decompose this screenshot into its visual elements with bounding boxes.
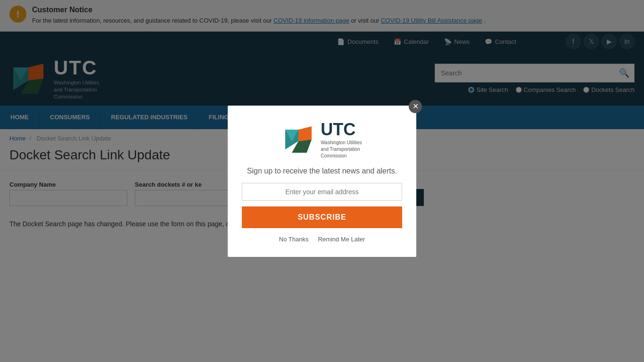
modal-logo-text: UTC Washington Utilities and Transportat…: [321, 120, 362, 159]
modal-logo-graphic: [282, 123, 315, 156]
svg-marker-5: [298, 126, 312, 141]
modal-utc-label: UTC: [321, 120, 362, 140]
modal-overlay: ✕ UTC Washington Utilities and Transport…: [0, 0, 644, 232]
modal-subtitle: Washington Utilities and Transportation …: [321, 140, 362, 159]
modal-heading: Sign up to receive the latest news and a…: [242, 167, 402, 175]
modal-logo: UTC Washington Utilities and Transportat…: [242, 120, 402, 159]
modal-close-button[interactable]: ✕: [409, 100, 422, 113]
subscribe-button[interactable]: SUBSCRIBE: [242, 206, 402, 228]
subscribe-modal: ✕ UTC Washington Utilities and Transport…: [228, 106, 416, 232]
email-input[interactable]: [242, 183, 402, 201]
